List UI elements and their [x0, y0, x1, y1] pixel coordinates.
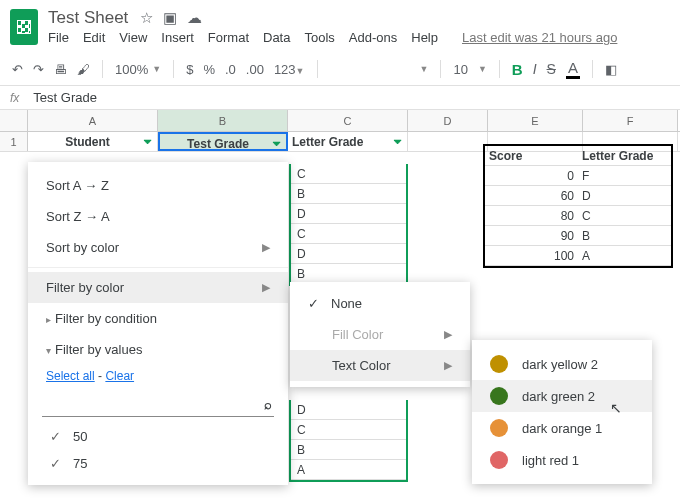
- filter-value-75[interactable]: ✓75: [28, 450, 288, 477]
- cloud-icon[interactable]: ☁: [187, 9, 202, 27]
- color-dark-orange-1[interactable]: dark orange 1: [472, 412, 652, 444]
- menu-view[interactable]: View: [119, 30, 147, 45]
- strike-button[interactable]: S: [547, 61, 556, 77]
- fx-value[interactable]: Test Grade: [33, 90, 97, 105]
- bold-button[interactable]: B: [512, 61, 523, 78]
- text-color-option[interactable]: Text Color▶: [290, 350, 470, 381]
- fx-label: fx: [10, 91, 19, 105]
- sort-za[interactable]: Sort Z → A: [28, 201, 288, 232]
- clear-link[interactable]: Clear: [105, 369, 134, 383]
- col-a[interactable]: A: [28, 110, 158, 131]
- chevron-right-icon: ▶: [444, 328, 452, 341]
- score-table: ScoreLetter Grade 0F 60D 80C 90B 100A: [483, 144, 673, 268]
- filter-by-condition[interactable]: ▸Filter by condition: [28, 303, 288, 334]
- col-e[interactable]: E: [488, 110, 583, 131]
- color-dark-yellow-2[interactable]: dark yellow 2: [472, 348, 652, 380]
- print-icon[interactable]: 🖶: [54, 62, 67, 77]
- filter-icon: ⏷: [272, 134, 282, 154]
- filter-search[interactable]: ⌕: [42, 393, 274, 417]
- filter-icon: ⏷: [143, 132, 153, 152]
- redo-icon[interactable]: ↷: [33, 62, 44, 77]
- check-icon: ✓: [308, 296, 319, 311]
- check-icon: ✓: [50, 429, 61, 444]
- italic-button[interactable]: I: [533, 61, 537, 77]
- titlebar: Test Sheet ☆ ▣ ☁ File Edit View Insert F…: [0, 0, 680, 53]
- header-letter-grade[interactable]: Letter Grade⏷: [288, 132, 408, 151]
- filter-links: Select all - Clear: [28, 365, 288, 387]
- folder-icon[interactable]: ▣: [163, 9, 177, 27]
- paint-format-icon[interactable]: 🖌: [77, 62, 90, 77]
- toolbar: ↶ ↷ 🖶 🖌 100%▼ $ % .0 .00 123▼ ▼ 10▼ B I …: [0, 53, 680, 86]
- chevron-right-icon: ▶: [262, 281, 270, 294]
- text-color-submenu: dark yellow 2 dark green 2↖ dark orange …: [472, 340, 652, 484]
- menu-file[interactable]: File: [48, 30, 69, 45]
- sort-by-color[interactable]: Sort by color▶: [28, 232, 288, 263]
- filter-by-color[interactable]: Filter by color▶: [28, 272, 288, 303]
- color-dark-green-2[interactable]: dark green 2↖: [472, 380, 652, 412]
- filter-color-submenu: ✓None Fill Color▶ Text Color▶: [290, 282, 470, 387]
- filter-by-values[interactable]: ▾Filter by values: [28, 334, 288, 365]
- filter-value-50[interactable]: ✓50: [28, 423, 288, 450]
- select-all-link[interactable]: Select all: [46, 369, 95, 383]
- menu-addons[interactable]: Add-ons: [349, 30, 397, 45]
- percent-button[interactable]: %: [203, 62, 215, 77]
- format-button[interactable]: 123▼: [274, 62, 305, 77]
- col-d[interactable]: D: [408, 110, 488, 131]
- sort-az[interactable]: Sort A → Z: [28, 170, 288, 201]
- check-icon: ✓: [50, 456, 61, 471]
- menu-insert[interactable]: Insert: [161, 30, 194, 45]
- chevron-right-icon: ▶: [444, 359, 452, 372]
- fill-color-button[interactable]: ◧: [605, 62, 617, 77]
- menu-help[interactable]: Help: [411, 30, 438, 45]
- currency-button[interactable]: $: [186, 62, 193, 77]
- col-c[interactable]: C: [288, 110, 408, 131]
- header-test-grade[interactable]: Test Grade⏷: [158, 132, 288, 151]
- undo-icon[interactable]: ↶: [12, 62, 23, 77]
- text-color-button[interactable]: A: [566, 59, 580, 79]
- col-b[interactable]: B: [158, 110, 288, 131]
- header-student[interactable]: Student⏷: [28, 132, 158, 151]
- fill-color-option[interactable]: Fill Color▶: [290, 319, 470, 350]
- search-input[interactable]: [44, 397, 264, 412]
- menu-tools[interactable]: Tools: [304, 30, 334, 45]
- color-light-red-1[interactable]: light red 1: [472, 444, 652, 476]
- increase-decimal-button[interactable]: .00: [246, 62, 264, 77]
- col-f[interactable]: F: [583, 110, 678, 131]
- row-1[interactable]: 1: [0, 132, 28, 151]
- menu-format[interactable]: Format: [208, 30, 249, 45]
- font-size[interactable]: 10: [453, 62, 467, 77]
- decrease-decimal-button[interactable]: .0: [225, 62, 236, 77]
- sheets-logo[interactable]: [10, 9, 38, 45]
- none-option[interactable]: ✓None: [290, 288, 470, 319]
- menubar: File Edit View Insert Format Data Tools …: [48, 30, 617, 45]
- search-icon[interactable]: ⌕: [264, 397, 272, 412]
- menu-edit[interactable]: Edit: [83, 30, 105, 45]
- chevron-right-icon: ▶: [262, 241, 270, 254]
- star-icon[interactable]: ☆: [140, 9, 153, 27]
- menu-data[interactable]: Data: [263, 30, 290, 45]
- letter-grade-column: C B D C D B: [289, 164, 408, 286]
- zoom-select[interactable]: 100%▼: [115, 62, 161, 77]
- last-edit[interactable]: Last edit was 21 hours ago: [462, 30, 617, 45]
- context-menu: Sort A → Z Sort Z → A Sort by color▶ Fil…: [28, 162, 288, 485]
- formula-bar: fx Test Grade: [0, 86, 680, 110]
- filter-icon: ⏷: [393, 132, 403, 152]
- letter-grade-column-2: D C B A: [289, 400, 408, 482]
- doc-title[interactable]: Test Sheet: [48, 8, 128, 28]
